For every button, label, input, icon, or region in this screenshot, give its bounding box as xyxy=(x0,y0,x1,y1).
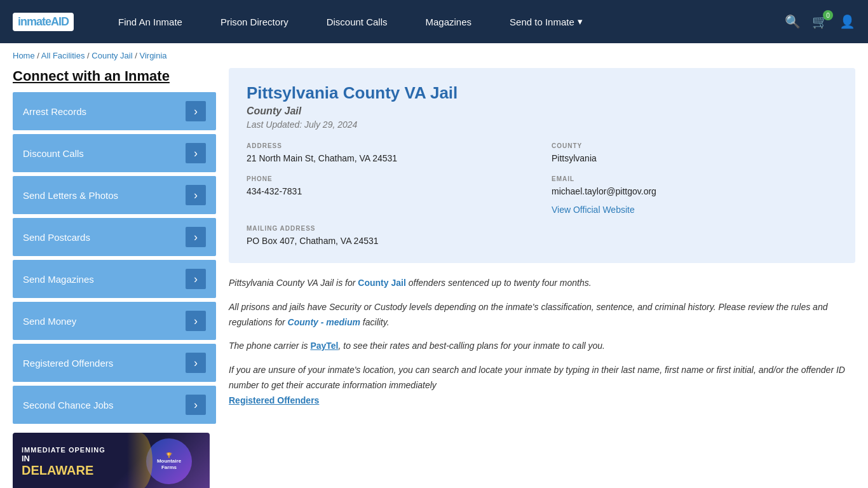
mailing-group: MAILING ADDRESS PO Box 407, Chatham, VA … xyxy=(247,225,532,248)
phone-label: PHONE xyxy=(247,175,532,182)
county-jail-link[interactable]: County Jail xyxy=(358,278,405,288)
address-label: ADDRESS xyxy=(247,142,532,149)
nav-links: Find An Inmate Prison Directory Discount… xyxy=(99,0,785,43)
ad-in: IN xyxy=(22,454,137,463)
main-nav: inmateAID Find An Inmate Prison Director… xyxy=(0,0,868,43)
ad-immediate: IMMEDIATE OPENING xyxy=(22,446,137,454)
paytel-link[interactable]: PayTel xyxy=(310,341,338,351)
ad-company-logo: 🏆MountaireFarms xyxy=(146,438,192,484)
mailing-value: PO Box 407, Chatham, VA 24531 xyxy=(247,234,532,248)
user-icon[interactable]: 👤 xyxy=(839,14,855,29)
phone-group: PHONE 434-432-7831 xyxy=(247,175,532,215)
desc-p2: All prisons and jails have Security or C… xyxy=(229,300,855,330)
logo-inmate: inmate xyxy=(18,15,51,28)
nav-magazines[interactable]: Magazines xyxy=(407,0,491,43)
facility-details: ADDRESS 21 North Main St, Chatham, VA 24… xyxy=(247,142,837,248)
desc-p3: The phone carrier is PayTel, to see thei… xyxy=(229,339,855,354)
cart-icon[interactable]: 🛒 0 xyxy=(812,14,828,29)
arrow-icon: › xyxy=(186,269,206,289)
address-group: ADDRESS 21 North Main St, Chatham, VA 24… xyxy=(247,142,532,165)
county-group: COUNTY Pittsylvania xyxy=(552,142,837,165)
logo[interactable]: inmateAID xyxy=(13,13,74,31)
main-layout: Connect with an Inmate Arrest Records › … xyxy=(0,68,868,488)
ad-banner[interactable]: IMMEDIATE OPENING IN DELAWARE 🏆Mountaire… xyxy=(13,433,210,488)
search-icon[interactable]: 🔍 xyxy=(785,14,801,29)
nav-send-to-inmate[interactable]: Send to Inmate ▾ xyxy=(491,0,602,43)
desc-p1: Pittsylvania County VA Jail is for Count… xyxy=(229,276,855,291)
sidebar-registered-offenders[interactable]: Registered Offenders › xyxy=(13,344,216,382)
arrow-icon: › xyxy=(186,101,206,121)
sidebar: Connect with an Inmate Arrest Records › … xyxy=(13,68,216,488)
view-website-link[interactable]: View Official Website xyxy=(552,205,635,215)
ad-text: IMMEDIATE OPENING IN DELAWARE xyxy=(22,446,137,477)
arrow-icon: › xyxy=(186,395,206,415)
county-medium-link[interactable]: County - medium xyxy=(288,317,360,327)
ad-curve-decoration xyxy=(127,433,153,488)
facility-updated: Last Updated: July 29, 2024 xyxy=(247,119,837,130)
cart-badge: 0 xyxy=(823,10,833,20)
phone-value: 434-432-7831 xyxy=(247,185,532,198)
facility-type: County Jail xyxy=(247,105,837,117)
facility-name: Pittsylvania County VA Jail xyxy=(247,83,837,103)
arrow-icon: › xyxy=(186,185,206,205)
sidebar-send-postcards[interactable]: Send Postcards › xyxy=(13,218,216,256)
breadcrumb-home[interactable]: Home xyxy=(13,51,35,60)
arrow-icon: › xyxy=(186,353,206,373)
logo-accent: AID xyxy=(51,15,69,28)
county-value: Pittsylvania xyxy=(552,152,837,165)
desc-p4: If you are unsure of your inmate's locat… xyxy=(229,363,855,408)
email-group: EMAIL michael.taylor@pittgov.org View Of… xyxy=(552,175,837,215)
content-area: Pittsylvania County VA Jail County Jail … xyxy=(229,68,855,488)
breadcrumb-state[interactable]: Virginia xyxy=(139,51,166,60)
ad-location: DELAWARE xyxy=(22,463,137,477)
breadcrumb-county-jail[interactable]: County Jail xyxy=(92,51,132,60)
sidebar-send-letters[interactable]: Send Letters & Photos › xyxy=(13,176,216,214)
arrow-icon: › xyxy=(186,143,206,163)
mailing-label: MAILING ADDRESS xyxy=(247,225,532,232)
nav-discount-calls[interactable]: Discount Calls xyxy=(308,0,407,43)
registered-offenders-link[interactable]: Registered Offenders xyxy=(229,395,319,405)
sidebar-discount-calls[interactable]: Discount Calls › xyxy=(13,134,216,172)
arrow-icon: › xyxy=(186,311,206,331)
sidebar-title: Connect with an Inmate xyxy=(13,68,216,85)
breadcrumb-all-facilities[interactable]: All Facilities xyxy=(41,51,85,60)
nav-find-inmate[interactable]: Find An Inmate xyxy=(99,0,201,43)
nav-prison-directory[interactable]: Prison Directory xyxy=(201,0,308,43)
facility-description: Pittsylvania County VA Jail is for Count… xyxy=(229,276,855,409)
nav-icons: 🔍 🛒 0 👤 xyxy=(785,14,855,29)
sidebar-send-magazines[interactable]: Send Magazines › xyxy=(13,260,216,298)
sidebar-second-chance-jobs[interactable]: Second Chance Jobs › xyxy=(13,386,216,424)
email-value: michael.taylor@pittgov.org xyxy=(552,185,837,198)
facility-card: Pittsylvania County VA Jail County Jail … xyxy=(229,68,855,263)
county-label: COUNTY xyxy=(552,142,837,149)
address-value: 21 North Main St, Chatham, VA 24531 xyxy=(247,152,532,165)
sidebar-send-money[interactable]: Send Money › xyxy=(13,302,216,340)
sidebar-arrest-records[interactable]: Arrest Records › xyxy=(13,92,216,130)
arrow-icon: › xyxy=(186,227,206,247)
breadcrumb: Home / All Facilities / County Jail / Vi… xyxy=(0,43,868,68)
email-label: EMAIL xyxy=(552,175,837,182)
logo-text: inmateAID xyxy=(13,13,74,31)
